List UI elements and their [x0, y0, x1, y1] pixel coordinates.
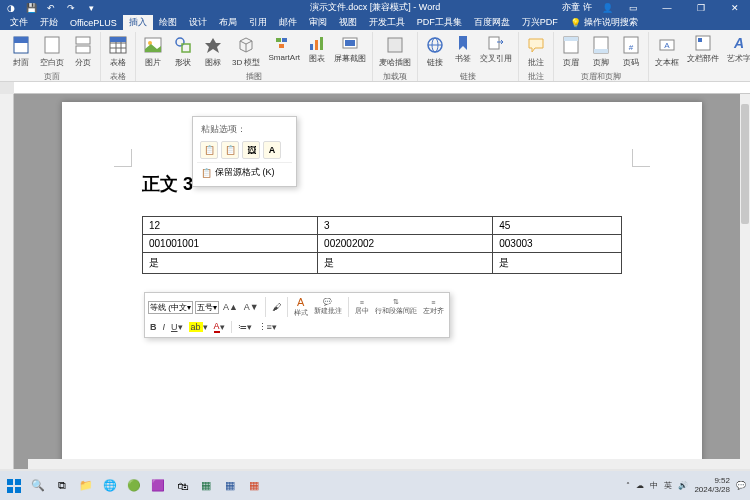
menu-insert[interactable]: 插入: [123, 15, 153, 30]
task-app1-icon[interactable]: 🟪: [148, 476, 168, 496]
undo-icon[interactable]: ↶: [44, 1, 58, 15]
menu-layout[interactable]: 布局: [213, 15, 243, 30]
margin-corner-tl: [114, 149, 132, 167]
bookmark-button[interactable]: 书签: [451, 32, 475, 70]
pagenum-button[interactable]: #页码: [617, 32, 645, 70]
menu-references[interactable]: 引用: [243, 15, 273, 30]
tray-onedrive-icon[interactable]: ☁: [636, 481, 644, 490]
horizontal-scrollbar[interactable]: [28, 459, 740, 469]
svg-rect-4: [76, 46, 90, 53]
redo-icon[interactable]: ↷: [64, 1, 78, 15]
addin-button[interactable]: 麦哈插图: [376, 32, 414, 70]
page-break-button[interactable]: 分页: [69, 32, 97, 70]
mini-numbering-icon[interactable]: ⋮≡▾: [256, 321, 279, 333]
qa-dropdown-icon[interactable]: ▾: [84, 1, 98, 15]
tray-ime2[interactable]: 英: [664, 480, 672, 491]
cover-page-button[interactable]: 封面: [7, 32, 35, 70]
task-ppt-icon[interactable]: ▦: [244, 476, 264, 496]
scrollbar-thumb[interactable]: [741, 104, 749, 224]
mini-spacing-button[interactable]: ⇅行和段落间距: [373, 298, 419, 316]
menu-file[interactable]: 文件: [4, 15, 34, 30]
mini-bullets-icon[interactable]: ≔▾: [236, 321, 254, 333]
autosave-icon[interactable]: ◑: [4, 1, 18, 15]
chart-button[interactable]: 图表: [305, 32, 329, 70]
vertical-scrollbar[interactable]: [740, 94, 750, 469]
svg-point-13: [176, 38, 184, 46]
paste-keep-source-option[interactable]: 📋保留源格式 (K): [197, 162, 292, 182]
task-chrome-icon[interactable]: 🟢: [124, 476, 144, 496]
svg-rect-20: [320, 37, 323, 50]
menu-developer[interactable]: 开发工具: [363, 15, 411, 30]
tray-clock[interactable]: 9:522024/3/28: [694, 477, 730, 495]
comment-button[interactable]: 批注: [522, 32, 550, 70]
close-button[interactable]: ✕: [720, 0, 750, 15]
task-excel-icon[interactable]: ▦: [196, 476, 216, 496]
maximize-button[interactable]: ❐: [686, 0, 716, 15]
mini-styles-button[interactable]: A样式: [292, 296, 310, 318]
mini-size-select[interactable]: 五号▾: [195, 301, 219, 314]
svg-rect-15: [276, 38, 281, 42]
pictures-button[interactable]: 图片: [139, 32, 167, 70]
mini-new-comment-button[interactable]: 💬新建批注: [312, 298, 344, 316]
task-edge-icon[interactable]: 🌐: [100, 476, 120, 496]
mini-center-button[interactable]: ≡居中: [353, 299, 371, 316]
mini-italic-icon[interactable]: I: [161, 321, 168, 333]
menu-draw[interactable]: 绘图: [153, 15, 183, 30]
paste-picture-icon[interactable]: 🖼: [242, 141, 260, 159]
menu-review[interactable]: 审阅: [303, 15, 333, 30]
mini-font-select[interactable]: 等线 (中文▾: [148, 301, 193, 314]
table-button[interactable]: 表格: [104, 32, 132, 70]
menu-mailings[interactable]: 邮件: [273, 15, 303, 30]
link-button[interactable]: 链接: [421, 32, 449, 70]
menu-view[interactable]: 视图: [333, 15, 363, 30]
menu-pdf-tools[interactable]: PDF工具集: [411, 15, 468, 30]
crossref-button[interactable]: 交叉引用: [477, 32, 515, 70]
task-store-icon[interactable]: 🛍: [172, 476, 192, 496]
task-search-icon[interactable]: 🔍: [28, 476, 48, 496]
paste-merge-icon[interactable]: 📋: [221, 141, 239, 159]
blank-page-button[interactable]: 空白页: [37, 32, 67, 70]
mini-highlight-icon[interactable]: ab▾: [187, 321, 210, 333]
vertical-ruler[interactable]: [0, 94, 14, 469]
task-explorer-icon[interactable]: 📁: [76, 476, 96, 496]
menu-design[interactable]: 设计: [183, 15, 213, 30]
taskview-icon[interactable]: ⧉: [52, 476, 72, 496]
ribbon-options-icon[interactable]: ▭: [618, 0, 648, 15]
document-canvas[interactable]: 粘贴选项： 📋 📋 🖼 A 📋保留源格式 (K) 正文 3 12345 0010…: [14, 94, 750, 469]
screenshot-button[interactable]: 屏幕截图: [331, 32, 369, 70]
tell-me[interactable]: 💡操作说明搜索: [564, 15, 644, 30]
minimize-button[interactable]: —: [652, 0, 682, 15]
mini-bold-icon[interactable]: B: [148, 321, 159, 333]
icons-button[interactable]: 图标: [199, 32, 227, 70]
svg-rect-3: [76, 37, 90, 44]
user-name[interactable]: 亦童 许: [562, 1, 596, 14]
user-avatar-icon[interactable]: 👤: [600, 1, 614, 15]
tray-notifications-icon[interactable]: 💬: [736, 481, 746, 490]
save-icon[interactable]: 💾: [24, 1, 38, 15]
footer-button[interactable]: 页脚: [587, 32, 615, 70]
menu-wanxing[interactable]: 万兴PDF: [516, 15, 564, 30]
page[interactable]: 粘贴选项： 📋 📋 🖼 A 📋保留源格式 (K) 正文 3 12345 0010…: [62, 102, 702, 469]
task-word-icon[interactable]: ▦: [220, 476, 240, 496]
start-button[interactable]: [4, 476, 24, 496]
smartart-button[interactable]: SmartArt: [265, 32, 303, 70]
menu-home[interactable]: 开始: [34, 15, 64, 30]
mini-shrink-font-icon[interactable]: A▼: [242, 301, 261, 313]
mini-font-color-icon[interactable]: A▾: [212, 320, 227, 334]
tray-volume-icon[interactable]: 🔊: [678, 481, 688, 490]
mini-format-painter-icon[interactable]: 🖌: [270, 301, 283, 313]
header-button[interactable]: 页眉: [557, 32, 585, 70]
document-table[interactable]: 12345 001001001002002002003003 是是是: [142, 216, 622, 274]
paste-keep-source-icon[interactable]: 📋: [200, 141, 218, 159]
tray-chevron-icon[interactable]: ˄: [626, 481, 630, 490]
menu-baidu[interactable]: 百度网盘: [468, 15, 516, 30]
tray-ime1[interactable]: 中: [650, 480, 658, 491]
menu-officeplus[interactable]: OfficePLUS: [64, 15, 123, 30]
3d-models-button[interactable]: 3D 模型: [229, 32, 263, 70]
mini-grow-font-icon[interactable]: A▲: [221, 301, 240, 313]
shapes-button[interactable]: 形状: [169, 32, 197, 70]
mini-align-left-button[interactable]: ≡左对齐: [421, 299, 446, 316]
paste-text-icon[interactable]: A: [263, 141, 281, 159]
mini-underline-icon[interactable]: U▾: [169, 321, 185, 333]
horizontal-ruler[interactable]: [14, 82, 750, 94]
